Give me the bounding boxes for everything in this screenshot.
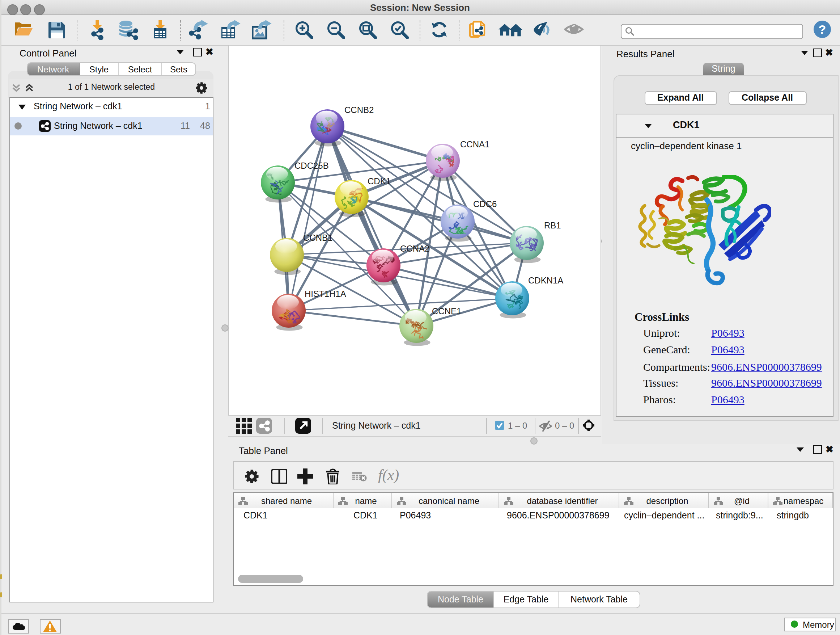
svg-text:CDC6: CDC6: [473, 199, 497, 209]
svg-text:CCNA2: CCNA2: [400, 243, 429, 253]
svg-text:CCNE1: CCNE1: [432, 306, 461, 316]
svg-text:CCNA1: CCNA1: [460, 139, 489, 149]
svg-text:?: ?: [819, 22, 826, 36]
svg-text:CDK1: CDK1: [368, 176, 391, 186]
svg-text:RB1: RB1: [544, 220, 561, 230]
svg-text:CDC25B: CDC25B: [294, 160, 329, 170]
svg-text:CDKN1A: CDKN1A: [528, 275, 563, 285]
svg-text:HIST1H1A: HIST1H1A: [305, 288, 346, 298]
svg-text:CCNB2: CCNB2: [344, 105, 374, 114]
svg-text:CCNB1: CCNB1: [303, 233, 332, 242]
